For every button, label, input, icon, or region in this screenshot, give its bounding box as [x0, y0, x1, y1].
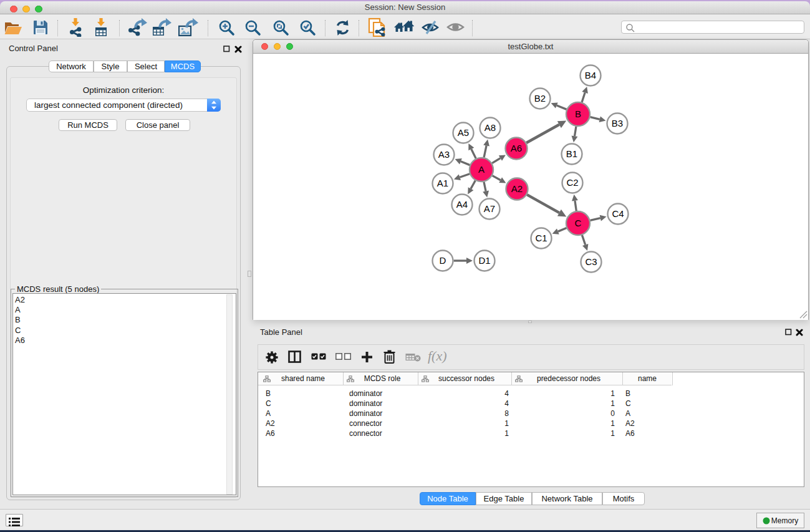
svg-text:B3: B3	[612, 118, 623, 128]
svg-text:B2: B2	[534, 93, 546, 104]
svg-text:C2: C2	[566, 177, 578, 188]
svg-text:A8: A8	[485, 122, 496, 133]
svg-text:A7: A7	[484, 203, 495, 214]
svg-text:B: B	[575, 109, 581, 119]
svg-text:D: D	[440, 255, 446, 266]
svg-text:A: A	[478, 164, 485, 175]
svg-text:B4: B4	[585, 70, 596, 80]
svg-text:A2: A2	[511, 183, 523, 194]
svg-text:A3: A3	[438, 149, 450, 160]
svg-text:B1: B1	[566, 148, 577, 159]
svg-text:A6: A6	[511, 143, 522, 153]
svg-text:A1: A1	[437, 178, 448, 188]
svg-text:C4: C4	[612, 208, 624, 219]
svg-text:C3: C3	[585, 256, 597, 267]
svg-text:C1: C1	[535, 233, 547, 243]
svg-text:C: C	[575, 218, 582, 228]
svg-text:D1: D1	[478, 255, 490, 266]
svg-text:A5: A5	[458, 127, 469, 138]
svg-text:A4: A4	[456, 199, 468, 210]
